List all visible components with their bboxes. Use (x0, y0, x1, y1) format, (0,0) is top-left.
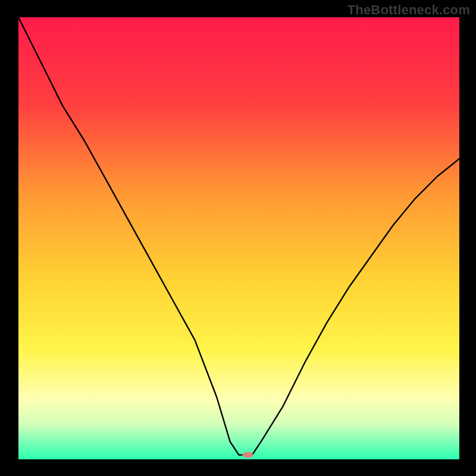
chart-frame: TheBottleneck.com (0, 0, 476, 476)
bottleneck-plot (0, 0, 476, 476)
watermark-text: TheBottleneck.com (347, 2, 470, 18)
optimal-marker (242, 452, 253, 458)
plot-background (18, 17, 459, 459)
